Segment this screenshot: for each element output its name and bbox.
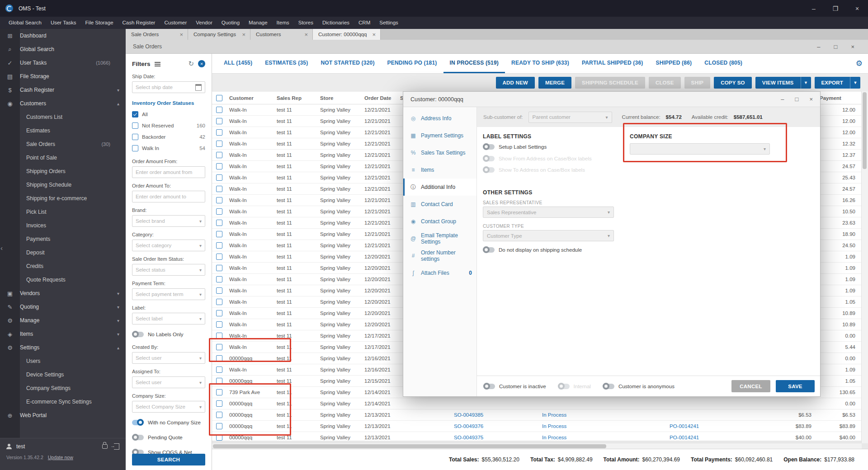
lock-icon[interactable] — [102, 444, 108, 449]
row-checkbox[interactable] — [216, 152, 222, 158]
toggle-switch[interactable] — [132, 435, 144, 440]
toggle-switch[interactable] — [483, 144, 495, 150]
po-number-link[interactable]: PO-0014241 — [667, 432, 722, 441]
checkbox[interactable] — [132, 122, 138, 129]
status-checkbox-row[interactable]: Walk In 54 — [132, 142, 205, 154]
sidebar-item[interactable]: ⌕ Global Search — [0, 42, 126, 56]
status-tab[interactable]: ALL (1455) — [217, 54, 259, 73]
menu-item[interactable]: Manage — [245, 17, 272, 29]
panel-restore-icon[interactable]: □ — [834, 43, 838, 50]
action-button[interactable]: COPY SO ▼ — [714, 77, 752, 89]
menu-item[interactable]: Customer — [160, 17, 191, 29]
sidebar-item[interactable]: ◈ Items ▾ — [0, 327, 126, 341]
row-checkbox[interactable] — [216, 141, 222, 147]
sidebar-item[interactable]: ▣ Vendors ▾ — [0, 287, 126, 300]
status-tab[interactable]: CLOSED (805) — [698, 54, 749, 73]
row-checkbox[interactable] — [216, 333, 222, 339]
checkbox[interactable] — [132, 111, 138, 118]
sidebar-item[interactable]: Device Settings — [0, 368, 126, 381]
menu-item[interactable]: Dictionaries — [318, 17, 354, 29]
row-checkbox[interactable] — [216, 310, 222, 316]
modal-nav-item[interactable]: ⓘ Additional Info — [403, 179, 476, 196]
so-number-link[interactable]: SO-0049385 — [451, 410, 506, 420]
sidebar-item[interactable]: $ Cash Register ▾ — [0, 83, 126, 97]
menu-item[interactable]: Items — [273, 17, 293, 29]
status-link[interactable]: In Process — [539, 432, 598, 441]
menu-item[interactable]: Global Search — [5, 17, 46, 29]
action-button[interactable]: SHIPPING SCHEDULE ▼ — [575, 77, 645, 89]
row-checkbox[interactable] — [216, 287, 222, 294]
action-button[interactable]: CLOSE ▼ — [649, 77, 681, 89]
clear-filters-icon[interactable]: × — [198, 60, 205, 67]
modal-nav-item[interactable]: ▦ Payment Settings — [403, 127, 476, 144]
filter-field-control[interactable]: Select category ▾ — [132, 240, 205, 251]
filter-field-control[interactable]: Enter order amount to ▾ — [132, 191, 205, 202]
tab-close-icon[interactable]: × — [372, 32, 376, 38]
update-link[interactable]: Update now — [48, 455, 73, 460]
row-checkbox[interactable] — [216, 186, 222, 192]
menu-item[interactable]: Settings — [375, 17, 402, 29]
col-customer[interactable]: Customer — [226, 95, 274, 101]
status-tab[interactable]: NOT STARTED (320) — [314, 54, 381, 73]
col-order-date[interactable]: Order Date — [362, 95, 397, 101]
sidebar-item[interactable]: ⚙ Manage ▾ — [0, 314, 126, 327]
row-checkbox[interactable] — [216, 231, 222, 237]
refresh-filters-icon[interactable]: ↻ — [188, 60, 194, 68]
search-button[interactable]: SEARCH — [132, 454, 205, 465]
sidebar-collapse-icon[interactable]: ‹ — [0, 244, 3, 252]
table-row[interactable]: 00000qqq test 11 Spring Valley 12/14/202… — [212, 398, 861, 409]
modal-nav-item[interactable]: ʃ Attach Files 0 — [403, 264, 476, 282]
toggle-switch[interactable] — [483, 156, 495, 161]
modal-nav-item[interactable]: ◉ Contact Group — [403, 213, 476, 230]
modal-nav-item[interactable]: % Sales Tax Settings — [403, 144, 476, 161]
toggle-switch[interactable] — [483, 384, 495, 389]
filter-field-control[interactable]: Select user ▾ — [132, 376, 205, 388]
row-checkbox[interactable] — [216, 321, 222, 328]
row-checkbox[interactable] — [216, 389, 222, 395]
status-tab[interactable]: PARTIAL SHIPPED (36) — [576, 54, 650, 73]
tab-close-icon[interactable]: × — [179, 32, 183, 38]
row-checkbox[interactable] — [216, 163, 222, 169]
sales-representative-select[interactable]: Sales Representative▾ — [483, 207, 614, 218]
filter-toggle-row[interactable]: With no Company Size — [132, 418, 205, 428]
action-button[interactable]: EXPORT ▼ — [815, 77, 861, 89]
action-button[interactable]: ADD NEW ▼ — [496, 77, 535, 89]
cancel-button[interactable]: CANCEL — [731, 380, 770, 392]
row-checkbox[interactable] — [216, 118, 222, 124]
row-checkbox[interactable] — [216, 276, 222, 282]
document-tab[interactable]: Company Settings × — [188, 29, 250, 40]
sidebar-item[interactable]: E-commerce Sync Settings — [0, 395, 126, 409]
row-checkbox[interactable] — [216, 174, 222, 181]
row-checkbox[interactable] — [216, 344, 222, 350]
sidebar-item[interactable]: Shipping Schedule — [0, 178, 126, 192]
filters-menu-icon[interactable] — [155, 64, 160, 65]
sidebar-item[interactable]: Invoices — [0, 219, 126, 232]
sidebar-item[interactable]: Estimates — [0, 124, 126, 137]
filter-toggle-row[interactable]: Pending Quote — [132, 432, 205, 442]
sidebar-item[interactable]: Sale Orders (30) — [0, 137, 126, 151]
toggle-switch[interactable] — [483, 167, 495, 173]
setup-label-settings-toggle[interactable]: Setup Label Settings — [483, 144, 547, 150]
panel-minimize-icon[interactable]: – — [817, 43, 820, 50]
menu-item[interactable]: File Storage — [81, 17, 118, 29]
horizontal-scrollbar[interactable] — [212, 443, 862, 449]
modal-nav-item[interactable]: @ Email Template Settings — [403, 230, 476, 247]
action-button[interactable]: SHIP ▼ — [684, 77, 711, 89]
select-all-checkbox[interactable] — [216, 95, 222, 101]
col-sales-rep[interactable]: Sales Rep — [274, 95, 317, 101]
document-tab[interactable]: Customers × — [250, 29, 313, 40]
modal-nav-item[interactable]: ▥ Contact Card — [403, 196, 476, 213]
table-row[interactable]: 00000qqq test 11 Spring Valley 12/13/202… — [212, 432, 861, 441]
show-to-address-toggle[interactable]: Show To Address on Case/Box labels — [483, 167, 585, 173]
sidebar-item[interactable]: Shipping for e-commerce — [0, 192, 126, 205]
status-tab[interactable]: ESTIMATES (35) — [259, 54, 314, 73]
toggle-switch[interactable] — [132, 332, 144, 337]
menu-item[interactable]: Stores — [294, 17, 317, 29]
row-checkbox[interactable] — [216, 355, 222, 362]
row-checkbox[interactable] — [216, 400, 222, 407]
sidebar-item[interactable]: Customers List — [0, 110, 126, 124]
sidebar-item[interactable]: Company Settings — [0, 381, 126, 395]
sidebar-item[interactable]: ▤ File Storage — [0, 70, 126, 83]
chevron-down-icon[interactable]: ▼ — [850, 77, 860, 89]
show-from-address-toggle[interactable]: Show From Address on Case/Box labels — [483, 156, 592, 161]
